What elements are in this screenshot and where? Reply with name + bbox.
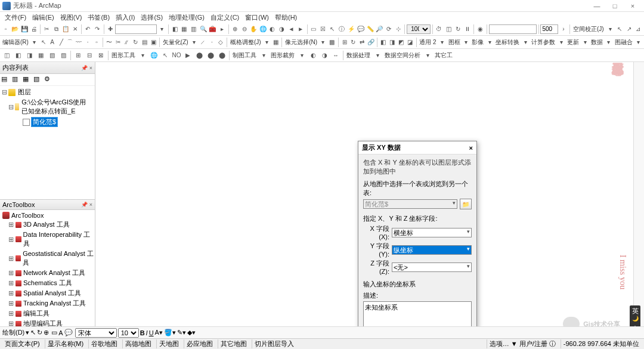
vectorization-menu[interactable]: 矢量化(Z) [162, 38, 190, 47]
bold-icon[interactable]: B [140, 329, 145, 336]
misc-4-icon[interactable]: ◪ [406, 37, 414, 48]
list-by-drawing-icon[interactable]: ▤ [1, 75, 11, 85]
menu-help[interactable]: 帮助(H) [273, 13, 299, 23]
status-right[interactable]: 选项… ▼ 用户/注册 ⓘ [487, 339, 558, 348]
tb4-spatial-dd[interactable]: ▾ [422, 50, 433, 61]
browse-button[interactable]: 📁 [460, 199, 472, 209]
ex-e-icon[interactable]: ⬤ [194, 50, 205, 61]
tb3-coord-dd[interactable]: ▾ [521, 37, 530, 48]
tb3-data-dd[interactable]: ▾ [605, 37, 613, 48]
spatial-adjust-label[interactable]: 空间校正(J) [572, 25, 605, 33]
text-icon[interactable]: A [58, 329, 63, 336]
status-seg-7[interactable]: 切片图层导入 [252, 339, 296, 348]
toc-icon[interactable]: ▦ [180, 24, 189, 35]
ex-g-icon[interactable]: ⬤ [216, 50, 227, 61]
ex-b-icon[interactable]: ↖ [160, 50, 171, 61]
menu-selection[interactable]: 选择(S) [138, 13, 165, 23]
italic-icon[interactable]: I [146, 329, 148, 336]
hyperlink-icon[interactable]: ⚡ [347, 24, 356, 35]
map-canvas[interactable]: 显示 XY 数据 × 包含 X 和 Y 坐标的表可以图层形式添加到地图中 从地图… [95, 62, 633, 341]
editor-dropdown-icon[interactable]: ▾ [30, 37, 39, 48]
toolbox-item-label[interactable]: Geostatistical Analyst 工具 [23, 249, 94, 267]
open-icon[interactable]: 📂 [11, 24, 20, 35]
tb3-image[interactable]: 影像 [470, 38, 485, 47]
toolbox-icon[interactable]: 🧰 [208, 24, 217, 35]
ex-c-icon[interactable]: NO [171, 50, 182, 61]
tb4-graphic-dd[interactable]: ▾ [137, 50, 148, 61]
misc-1-icon[interactable]: ◧ [379, 37, 388, 48]
ex-4-icon[interactable]: ▦ [35, 50, 46, 61]
select-features-icon[interactable]: ▭ [309, 24, 318, 35]
menu-insert[interactable]: 插入(I) [113, 13, 137, 23]
full-extent-icon[interactable]: 🌐 [259, 24, 268, 35]
time-slider-icon[interactable]: ⏱ [435, 24, 444, 35]
tb3-data[interactable]: 数据 [590, 38, 604, 47]
new-doc-icon[interactable]: ▫ [1, 24, 10, 35]
cut-polygon-icon[interactable]: ✂ [114, 37, 122, 48]
search-icon[interactable]: 🔍 [199, 24, 208, 35]
georef-flip-icon[interactable]: ⇄ [358, 37, 366, 48]
spatial-dropdown-icon[interactable]: ▾ [606, 24, 615, 35]
ex-a-icon[interactable]: 🌐 [148, 50, 159, 61]
copy-icon[interactable]: ⧉ [52, 24, 61, 35]
find-route-icon[interactable]: ⟳ [385, 24, 394, 35]
misc-2-icon[interactable]: ◨ [388, 37, 397, 48]
grid-dropdown-icon[interactable]: ▾ [263, 37, 271, 48]
straight-segment-icon[interactable]: ╱ [57, 37, 66, 48]
list-by-visibility-icon[interactable]: ▦ [23, 75, 32, 85]
rotate-icon[interactable]: ↻ [131, 37, 140, 48]
tb4-spatial[interactable]: 数据空间分析 [383, 51, 422, 60]
scale-dropdown-icon[interactable]: ▾ [157, 24, 166, 35]
paste-icon[interactable]: 📋 [61, 24, 70, 35]
expand-icon[interactable]: ⊞ [8, 269, 14, 277]
attributes-icon[interactable]: ▤ [140, 37, 148, 48]
python-icon[interactable]: ▸ [218, 24, 227, 35]
y-field-select[interactable]: 纵坐标 [392, 245, 472, 255]
tb3-update[interactable]: 更新 [566, 38, 580, 47]
measure-icon[interactable]: 📏 [366, 24, 374, 35]
tb4-dataproc-dd[interactable]: ▾ [372, 50, 383, 61]
ex-5-icon[interactable]: ▧ [47, 50, 57, 61]
editor-menu[interactable]: 编辑器(R) [1, 38, 30, 47]
font-color-icon[interactable]: A▾ [155, 329, 163, 336]
tb3-frame[interactable]: 图框 [447, 38, 462, 47]
create-viewer-icon[interactable]: ◫ [444, 24, 453, 35]
status-seg-4[interactable]: 天地图 [156, 339, 181, 348]
toolbox-root-label[interactable]: ArcToolbox [11, 212, 44, 219]
toc-pin-icon[interactable]: 📌 × [81, 65, 92, 71]
ex-6-icon[interactable]: ▨ [58, 50, 69, 61]
edit-tool-icon[interactable]: ↖ [39, 37, 48, 48]
ex-h-icon[interactable]: ◐ [308, 50, 318, 61]
tb3-general-dd[interactable]: ▾ [438, 37, 447, 48]
clear-selection-icon[interactable]: ☒ [318, 24, 327, 35]
tb3-image-dd[interactable]: ▾ [485, 37, 494, 48]
close-button[interactable]: × [624, 1, 642, 11]
fixed-zoom-in-icon[interactable]: ◐ [268, 24, 277, 35]
fixed-zoom-out-icon[interactable]: ◑ [277, 24, 286, 35]
ime-indicator[interactable]: 英🌙, [630, 305, 640, 329]
vec-trace-icon[interactable]: ⟋ [199, 37, 208, 48]
status-seg-1[interactable]: 显示名称(M) [45, 339, 86, 348]
grid-icon[interactable]: ▦ [272, 37, 280, 48]
menu-file[interactable]: 文件(F) [2, 13, 29, 23]
expand-icon[interactable]: ⊞ [8, 255, 14, 262]
status-seg-0[interactable]: 页面文本(P) [2, 339, 42, 348]
ex-i-icon[interactable]: ◑ [319, 50, 330, 61]
link-tool-icon[interactable]: ↗ [624, 24, 633, 35]
misc-3-icon[interactable]: ◩ [397, 37, 405, 48]
zoom-out-icon[interactable]: ⊖ [240, 24, 249, 35]
tb4-dataproc[interactable]: 数据处理 [345, 51, 371, 60]
editor-toolbar-icon[interactable]: ◧ [171, 24, 179, 35]
georef-rotate-icon[interactable]: ↻ [349, 37, 357, 48]
refresh-icon[interactable]: ↻ [454, 24, 463, 35]
expand-icon[interactable]: ⊞ [8, 289, 14, 297]
x-field-select[interactable]: 横坐标 [392, 228, 472, 237]
trace-icon[interactable]: 〰 [75, 37, 83, 48]
dialog-close-button[interactable]: × [469, 144, 473, 152]
tb4-clip-dd[interactable]: ▾ [296, 50, 307, 61]
ex-3-icon[interactable]: ◨ [24, 50, 35, 61]
status-seg-6[interactable]: 其它地图 [218, 339, 249, 348]
expand-icon[interactable]: ⊞ [8, 310, 14, 317]
cell-icon[interactable]: ▩ [328, 37, 336, 48]
delete-icon[interactable]: ✕ [70, 24, 79, 35]
